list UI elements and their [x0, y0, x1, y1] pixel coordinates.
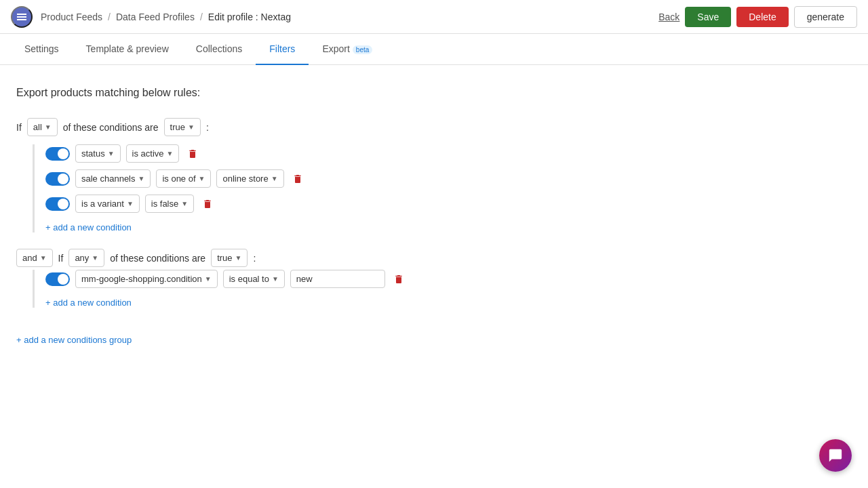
breadcrumb: Product Feeds / Data Feed Profiles / Edi… — [41, 12, 291, 22]
and-connector: and ▼ If any ▼ of these conditions are t… — [16, 249, 852, 267]
chevron-down-icon: ▼ — [127, 200, 134, 207]
save-button[interactable]: Save — [685, 7, 731, 27]
condition-2-field-select[interactable]: sale channels ▼ — [75, 169, 151, 188]
condition-row: is a variant ▼ is false ▼ — [45, 195, 852, 213]
group2-add-condition-link[interactable]: + add a new condition — [45, 298, 132, 308]
breadcrumb-sep-2: / — [200, 12, 203, 22]
delete-button[interactable]: Delete — [736, 7, 788, 27]
group2-colon: : — [253, 253, 256, 264]
rule-group-1: If all ▼ of these conditions are true ▼ … — [16, 118, 852, 232]
chevron-down-icon: ▼ — [181, 200, 188, 207]
chevron-down-icon: ▼ — [272, 275, 279, 283]
condition-row: mm-google-shopping.condition ▼ is equal … — [45, 270, 852, 288]
tabs-bar: Settings Template & preview Collections … — [0, 34, 868, 65]
if-label-1: If — [16, 122, 22, 133]
nav-actions: Back Save Delete generate — [658, 6, 857, 28]
chevron-down-icon: ▼ — [235, 254, 242, 262]
tab-export[interactable]: Exportbeta — [309, 34, 386, 65]
condition-3-field-select[interactable]: is a variant ▼ — [75, 195, 140, 213]
chevron-down-icon: ▼ — [199, 175, 205, 182]
group1-colon: : — [206, 122, 209, 133]
tab-filters[interactable]: Filters — [256, 34, 309, 65]
group2-conditions-label: of these conditions are — [110, 253, 205, 264]
condition-4-value-input[interactable] — [290, 270, 385, 288]
chevron-down-icon: ▼ — [45, 123, 52, 131]
chevron-down-icon: ▼ — [40, 254, 47, 262]
condition-2-operator-select[interactable]: is one of ▼ — [156, 169, 211, 188]
condition-row: sale channels ▼ is one of ▼ online store… — [45, 169, 852, 188]
condition-2-delete-button[interactable] — [290, 172, 306, 186]
main-content: Export products matching below rules: If… — [0, 65, 868, 367]
add-group-link[interactable]: + add a new conditions group — [16, 335, 132, 345]
breadcrumb-current: Edit profile : Nextag — [208, 12, 291, 22]
group1-truth-select[interactable]: true ▼ — [164, 118, 201, 136]
condition-3-delete-button[interactable] — [199, 197, 216, 211]
group1-quantifier-select[interactable]: all ▼ — [27, 118, 58, 136]
condition-1-field-select[interactable]: status ▼ — [75, 144, 121, 163]
chevron-down-icon: ▼ — [188, 123, 195, 131]
connector-select[interactable]: and ▼ — [16, 249, 53, 267]
condition-3-toggle[interactable] — [45, 197, 70, 211]
group2-truth-select[interactable]: true ▼ — [211, 249, 248, 267]
chevron-down-icon: ▼ — [205, 275, 212, 283]
chevron-down-icon: ▼ — [271, 175, 278, 182]
condition-4-field-select[interactable]: mm-google-shopping.condition ▼ — [75, 270, 218, 288]
group1-conditions: status ▼ is active ▼ sale channels ▼ — [33, 144, 852, 232]
tab-collections[interactable]: Collections — [182, 34, 256, 65]
breadcrumb-data-feed-profiles[interactable]: Data Feed Profiles — [116, 12, 195, 22]
menu-button[interactable] — [11, 6, 33, 28]
generate-button[interactable]: generate — [794, 6, 857, 28]
group2-quantifier-select[interactable]: any ▼ — [68, 249, 104, 267]
group1-add-condition-link[interactable]: + add a new condition — [45, 222, 132, 232]
chevron-down-icon: ▼ — [167, 150, 174, 157]
group2-conditions: mm-google-shopping.condition ▼ is equal … — [33, 270, 852, 308]
group1-header: If all ▼ of these conditions are true ▼ … — [16, 118, 852, 136]
condition-1-operator-select[interactable]: is active ▼ — [126, 144, 180, 163]
condition-4-delete-button[interactable] — [391, 272, 407, 286]
condition-4-toggle[interactable] — [45, 272, 70, 286]
section-title: Export products matching below rules: — [16, 87, 852, 99]
tab-settings[interactable]: Settings — [11, 34, 73, 65]
condition-1-delete-button[interactable] — [184, 147, 201, 161]
condition-4-operator-select[interactable]: is equal to ▼ — [223, 270, 285, 288]
tab-template[interactable]: Template & preview — [73, 34, 182, 65]
chevron-down-icon: ▼ — [92, 254, 98, 262]
chevron-down-icon: ▼ — [108, 150, 115, 157]
breadcrumb-product-feeds[interactable]: Product Feeds — [41, 12, 102, 22]
back-button[interactable]: Back — [658, 12, 679, 22]
if-label-2: If — [58, 253, 64, 264]
condition-row: status ▼ is active ▼ — [45, 144, 852, 163]
breadcrumb-sep-1: / — [108, 12, 111, 22]
condition-3-operator-select[interactable]: is false ▼ — [145, 195, 194, 213]
condition-2-value-select[interactable]: online store ▼ — [216, 169, 283, 188]
group1-conditions-label: of these conditions are — [63, 122, 159, 133]
chevron-down-icon: ▼ — [138, 175, 145, 182]
condition-2-toggle[interactable] — [45, 172, 70, 186]
top-nav: Product Feeds / Data Feed Profiles / Edi… — [0, 0, 868, 34]
condition-1-toggle[interactable] — [45, 147, 70, 161]
rule-group-2: mm-google-shopping.condition ▼ is equal … — [16, 270, 852, 308]
